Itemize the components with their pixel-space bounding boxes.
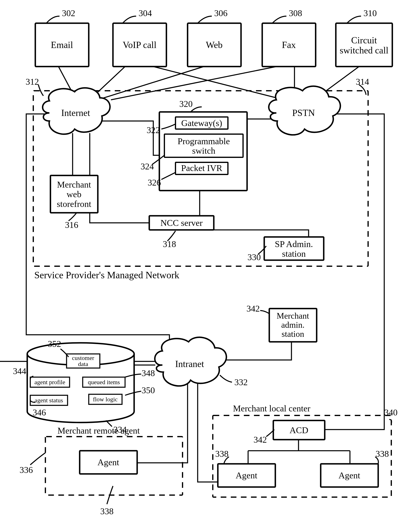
ref-350: 350 <box>142 385 155 395</box>
remote-title: Merchant remote agent <box>57 426 140 436</box>
acd-label: ACD <box>290 425 308 435</box>
ref-338r: 338 <box>100 507 114 516</box>
qitems-l: queued items <box>88 379 120 385</box>
ref-338l1: 338 <box>215 449 228 459</box>
ref-344: 344 <box>13 366 26 376</box>
ref-352: 352 <box>48 339 61 349</box>
ref-322: 322 <box>147 125 160 135</box>
cust-l2: data <box>78 361 88 367</box>
ref-312: 312 <box>26 77 39 87</box>
ref-346: 346 <box>33 408 46 418</box>
ref-334: 334 <box>113 425 127 435</box>
madmin-l1: Merchant <box>277 311 309 320</box>
voip-label: VoIP call <box>123 40 156 50</box>
ref-310: 310 <box>363 8 377 18</box>
progsw-label2: switch <box>192 146 215 156</box>
internet-label: Internet <box>61 108 90 118</box>
email-label: Email <box>51 40 73 50</box>
ref-308: 308 <box>289 8 302 18</box>
circuit-label1: Circuit <box>351 35 377 45</box>
ref-320: 320 <box>179 99 193 109</box>
gateway-label: Gateway(s) <box>181 118 222 128</box>
madmin-l2: admin. <box>281 320 304 329</box>
agent-lc2-l: Agent <box>338 470 360 480</box>
progsw-label1: Programmable <box>177 136 230 146</box>
ref-314: 314 <box>356 77 369 87</box>
ref-330: 330 <box>247 252 261 262</box>
ref-306: 306 <box>214 8 227 18</box>
ref-302: 302 <box>62 8 75 18</box>
flow-l: flow logic <box>93 396 118 403</box>
ref-316: 316 <box>65 220 78 230</box>
storefront-l2: web <box>67 189 81 199</box>
ref-348: 348 <box>142 368 155 378</box>
web-label: Web <box>206 40 222 50</box>
circuit-label2: switched call <box>340 45 388 56</box>
cust-l1: customer <box>72 355 94 361</box>
svg-line-4 <box>111 67 276 100</box>
madmin-l3: station <box>282 329 304 339</box>
pstn-label: PSTN <box>292 108 315 118</box>
local-title: Merchant local center <box>233 404 310 413</box>
agent-lc1-l: Agent <box>236 470 257 480</box>
agent-remote-l: Agent <box>97 457 119 467</box>
ref-324: 324 <box>141 162 154 171</box>
ref-342b: 342 <box>253 435 267 445</box>
spadmin-l2: station <box>282 249 306 259</box>
ref-326: 326 <box>148 178 161 188</box>
storefront-l3: storefront <box>57 199 91 209</box>
spadmin-l1: SP Admin. <box>275 239 313 249</box>
ref-338l2: 338 <box>376 449 389 459</box>
ref-336: 336 <box>19 465 33 475</box>
ref-342a: 342 <box>246 304 260 314</box>
ref-304: 304 <box>139 8 152 18</box>
ref-318: 318 <box>163 239 176 249</box>
aprofile-l: agent profile <box>34 379 65 385</box>
svg-line-2 <box>153 67 276 98</box>
ref-340: 340 <box>384 408 398 418</box>
astatus-l: agent status <box>35 397 63 404</box>
ncc-label: NCC server <box>161 218 203 228</box>
ref-332: 332 <box>234 377 248 387</box>
fax-label: Fax <box>282 40 296 50</box>
svg-line-3 <box>101 67 204 99</box>
sp-title: Service Provider's Managed Network <box>34 270 179 280</box>
storefront-l1: Merchant <box>57 180 91 190</box>
packet-label: Packet IVR <box>181 163 222 173</box>
intranet-label: Intranet <box>175 359 204 369</box>
